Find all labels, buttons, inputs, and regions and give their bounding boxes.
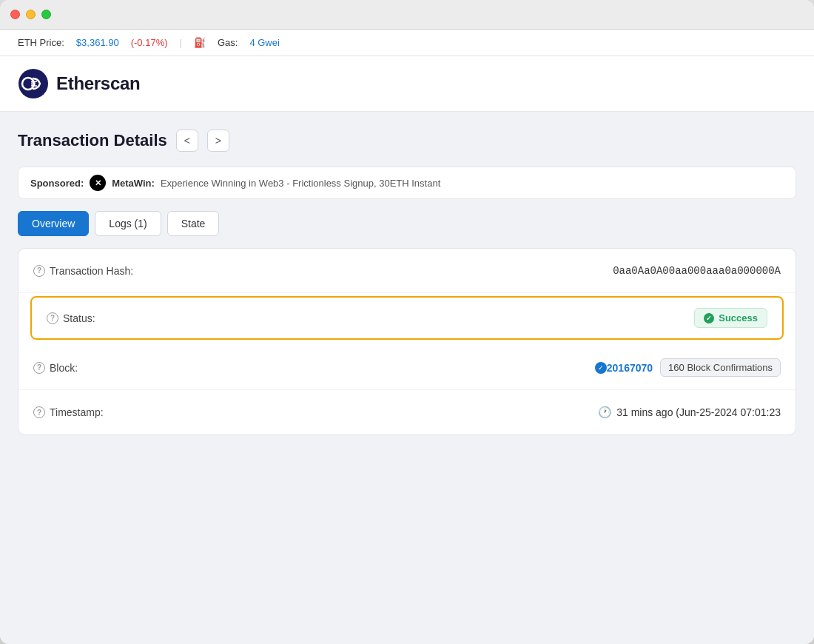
tab-state[interactable]: State xyxy=(167,211,220,236)
gas-value: 4 Gwei xyxy=(249,37,279,48)
block-number-link[interactable]: 20167070 xyxy=(607,362,653,374)
clock-icon: 🕐 xyxy=(598,406,612,419)
status-text: Success xyxy=(719,312,758,323)
block-value-container: ✓ 20167070 160 Block Confirmations xyxy=(240,358,781,377)
logo-text: Etherscan xyxy=(56,73,140,94)
status-badge: ✓ Success xyxy=(694,308,767,328)
svg-point-2 xyxy=(31,81,36,86)
sponsor-text: Experience Winning in Web3 - Frictionles… xyxy=(161,178,440,189)
timestamp-value: 🕐 31 mins ago (Jun-25-2024 07:01:23 xyxy=(598,406,781,419)
tab-logs[interactable]: Logs (1) xyxy=(95,211,161,236)
page-title: Transaction Details xyxy=(18,131,167,150)
titlebar xyxy=(0,0,814,30)
tx-hash-help-icon[interactable]: ? xyxy=(33,265,45,277)
tx-hash-text[interactable]: 0aa0Aa0A00aa000aaa0a000000A xyxy=(613,265,781,277)
success-check-icon: ✓ xyxy=(704,313,714,323)
tab-overview[interactable]: Overview xyxy=(18,211,89,236)
status-row: ? Status: ✓ Success xyxy=(30,296,784,340)
window: ETH Price: $3,361.90 (-0.17%) | ⛽ Gas: 4… xyxy=(0,0,814,644)
eth-price-value: $3,361.90 xyxy=(76,37,119,48)
metawin-icon: ✕ xyxy=(90,175,106,191)
transaction-card: ? Transaction Hash: 0aa0Aa0A00aa000aaa0a… xyxy=(18,248,796,435)
timestamp-help-icon[interactable]: ? xyxy=(33,406,45,418)
next-nav-button[interactable]: > xyxy=(207,130,229,152)
close-button[interactable] xyxy=(10,10,20,19)
traffic-lights xyxy=(10,10,51,19)
status-row-wrapper: ? Status: ✓ Success xyxy=(18,293,796,346)
tx-hash-label-group: ? Transaction Hash: xyxy=(33,265,240,277)
separator: | xyxy=(180,37,182,48)
logo-container: Etherscan xyxy=(18,68,796,99)
block-label: Block: xyxy=(50,362,78,374)
tx-hash-row: ? Transaction Hash: 0aa0Aa0A00aa000aaa0a… xyxy=(18,249,796,293)
tx-hash-value: 0aa0Aa0A00aa000aaa0a000000A xyxy=(240,265,781,277)
minimize-button[interactable] xyxy=(26,10,36,19)
status-help-icon[interactable]: ? xyxy=(47,312,58,324)
timestamp-value-container: 🕐 31 mins ago (Jun-25-2024 07:01:23 xyxy=(240,406,781,419)
block-row: ? Block: ✓ 20167070 160 Block Confirmati… xyxy=(18,346,796,390)
tabs: Overview Logs (1) State xyxy=(18,211,796,236)
etherscan-logo-icon xyxy=(18,68,49,99)
timestamp-row: ? Timestamp: 🕐 31 mins ago (Jun-25-2024 … xyxy=(18,390,796,435)
status-label-group: ? Status: xyxy=(47,312,254,324)
topbar: ETH Price: $3,361.90 (-0.17%) | ⛽ Gas: 4… xyxy=(0,30,814,56)
eth-price-label: ETH Price: xyxy=(18,37,64,48)
eth-price-change: (-0.17%) xyxy=(131,37,168,48)
gas-pump-icon: ⛽ xyxy=(194,37,206,48)
page-header: Transaction Details < > xyxy=(18,130,796,152)
confirmations-badge: 160 Block Confirmations xyxy=(660,358,781,377)
prev-nav-button[interactable]: < xyxy=(176,130,198,152)
timestamp-text: 31 mins ago (Jun-25-2024 07:01:23 xyxy=(616,406,781,418)
gas-label: Gas: xyxy=(218,37,238,48)
status-label: Status: xyxy=(63,312,95,324)
block-number: 20167070 xyxy=(607,362,653,374)
sponsored-label: Sponsored: xyxy=(30,178,84,189)
sponsored-bar: Sponsored: ✕ MetaWin: Experience Winning… xyxy=(18,167,796,199)
timestamp-label: Timestamp: xyxy=(50,406,104,418)
block-label-group: ? Block: xyxy=(33,362,240,374)
sponsor-name: MetaWin: xyxy=(112,178,155,189)
maximize-button[interactable] xyxy=(41,10,51,19)
tx-hash-label: Transaction Hash: xyxy=(50,265,133,277)
main-content: Transaction Details < > Sponsored: ✕ Met… xyxy=(0,112,814,644)
block-confirmed-icon: ✓ xyxy=(595,362,607,374)
block-help-icon[interactable]: ? xyxy=(33,362,45,374)
timestamp-label-group: ? Timestamp: xyxy=(33,406,240,418)
site-header: Etherscan xyxy=(0,56,814,112)
status-value-container: ✓ Success xyxy=(254,308,767,328)
